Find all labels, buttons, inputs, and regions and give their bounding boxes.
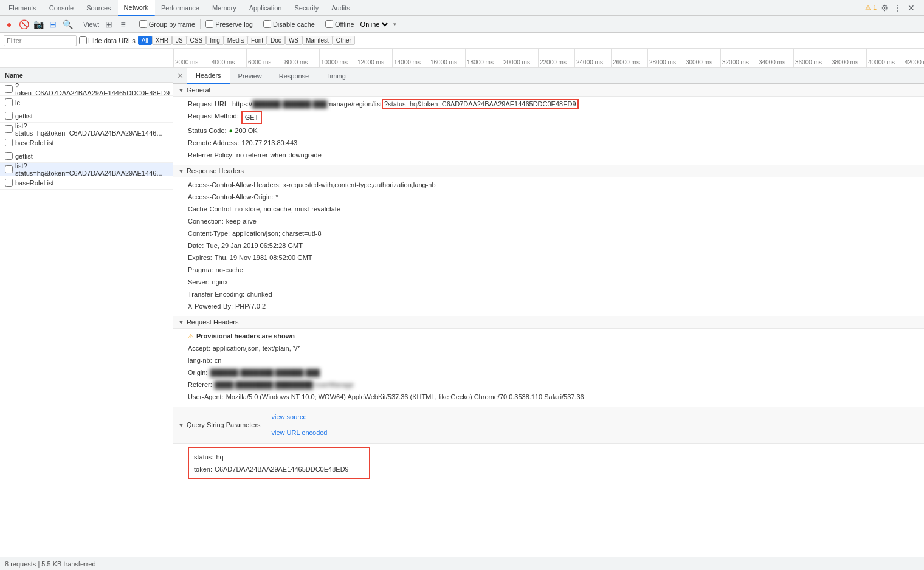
general-section-body: Request URL: https://██████ ██████ ███ma… (173, 97, 924, 165)
status-dot: ● (229, 127, 233, 134)
hide-data-urls-checkbox[interactable]: Hide data URLs (79, 36, 136, 44)
tab-sources[interactable]: Sources (80, 0, 117, 16)
filter-btn-media[interactable]: Media (224, 36, 247, 45)
close-devtools-button[interactable]: ✕ (906, 2, 917, 13)
response-header-value: PHP/7.0.2 (235, 301, 919, 312)
offline-checkbox[interactable]: Offline (325, 20, 354, 28)
request-row[interactable]: getlist (0, 109, 173, 123)
preserve-log-checkbox[interactable]: Preserve log (205, 20, 253, 28)
record-button[interactable]: ● (4, 19, 15, 30)
request-checkbox[interactable] (5, 112, 13, 120)
request-url-row: Request URL: https://██████ ██████ ███ma… (188, 98, 924, 110)
group-by-frame-checkbox[interactable]: Group by frame (139, 20, 195, 28)
tab-audits[interactable]: Audits (325, 0, 357, 16)
status-code-text: 200 OK (235, 127, 257, 134)
method-box: GET (241, 111, 263, 124)
filter-btn-other[interactable]: Other (333, 36, 355, 45)
filter-btn-css[interactable]: CSS (187, 36, 207, 45)
detail-tab-response[interactable]: Response (271, 68, 318, 84)
disable-cache-input[interactable] (263, 20, 271, 28)
separator-2 (134, 19, 134, 29)
response-headers-section-body: Access-Control-Allow-Headers: x-requeste… (173, 177, 924, 316)
timeline-tick: 22000 ms (538, 49, 574, 67)
filter-btn-xhr[interactable]: XHR (152, 36, 172, 45)
filter-btn-manifest[interactable]: Manifest (302, 36, 333, 45)
request-checkbox[interactable] (5, 85, 13, 93)
filter-input[interactable] (4, 35, 77, 46)
response-headers-title: Response Headers (187, 167, 244, 174)
request-checkbox[interactable] (5, 165, 13, 173)
filter-btn-js[interactable]: JS (172, 36, 187, 45)
offline-input[interactable] (325, 20, 333, 28)
response-header-name: Access-Control-Allow-Headers: (188, 179, 281, 190)
response-header-name: Transfer-Encoding: (188, 289, 244, 300)
request-row[interactable]: ?token=C6AD7DAA24BAA29AE14465DDC0E48ED9 (0, 83, 173, 96)
filter-toggle-button[interactable]: ⊟ (47, 19, 58, 30)
tab-application[interactable]: Application (243, 0, 289, 16)
request-row[interactable]: getlist (0, 149, 173, 163)
search-button[interactable]: 🔍 (62, 19, 73, 30)
query-string-section-header[interactable]: ▼ Query String Parameters view source vi… (173, 407, 924, 444)
request-row[interactable]: list?status=hq&token=C6AD7DAA24BAA29AE14… (0, 123, 173, 136)
preserve-log-input[interactable] (205, 20, 213, 28)
timeline-tick: 28000 ms (647, 49, 684, 67)
request-row[interactable]: lc (0, 96, 173, 109)
response-header-value: Thu, 19 Nov 1981 08:52:00 GMT (215, 252, 919, 263)
throttle-select[interactable]: Online (358, 20, 390, 29)
disable-cache-checkbox[interactable]: Disable cache (263, 20, 315, 28)
request-url-value: https://██████ ██████ ███manage/region/l… (232, 98, 919, 109)
tab-memory[interactable]: Memory (206, 0, 243, 16)
devtools-tabbar: Elements Console Sources Network Perform… (0, 0, 924, 16)
request-header-row: lang-nb: cn (188, 354, 924, 366)
request-row[interactable]: baseRoleList (0, 136, 173, 149)
request-checkbox[interactable] (5, 98, 13, 106)
detail-close-button[interactable]: ✕ (173, 70, 187, 81)
timeline-tick: 32000 ms (720, 49, 757, 67)
query-param-value: hq (216, 452, 359, 462)
response-header-row: Date: Tue, 29 Jan 2019 06:52:28 GMT (188, 239, 924, 252)
detail-tab-preview[interactable]: Preview (230, 68, 271, 84)
warning-triangle-icon: ⚠ (188, 331, 194, 342)
request-name: baseRoleList (15, 139, 54, 146)
request-checkbox[interactable] (5, 179, 13, 187)
request-headers-section-header[interactable]: ▼ Request Headers (173, 316, 924, 329)
request-name: ?token=C6AD7DAA24BAA29AE14465DDC0E48ED9 (15, 82, 170, 97)
left-panel-header: Name (0, 68, 173, 83)
filter-btn-ws[interactable]: WS (285, 36, 302, 45)
more-button[interactable]: ⋮ (892, 2, 903, 13)
response-header-value: no-cache (216, 264, 919, 275)
filter-btn-doc[interactable]: Doc (267, 36, 285, 45)
request-name: list?status=hq&token=C6AD7DAA24BAA29AE14… (15, 162, 170, 177)
request-checkbox[interactable] (5, 139, 13, 146)
response-headers-section-header[interactable]: ▼ Response Headers (173, 165, 924, 177)
lines-view-button[interactable]: ≡ (118, 19, 129, 30)
request-row[interactable]: list?status=hq&token=C6AD7DAA24BAA29AE14… (0, 163, 173, 176)
response-header-row: Access-Control-Allow-Origin: * (188, 191, 924, 203)
detail-tab-headers[interactable]: Headers (187, 68, 230, 84)
referrer-policy-value: no-referrer-when-downgrade (236, 149, 919, 160)
throttle-arrow: ▾ (393, 21, 396, 27)
request-checkbox[interactable] (5, 152, 13, 160)
view-source-link[interactable]: view source (268, 409, 331, 425)
settings-button[interactable]: ⚙ (879, 2, 890, 13)
filter-btn-img[interactable]: Img (206, 36, 224, 45)
filter-btn-font[interactable]: Font (247, 36, 267, 45)
tab-console[interactable]: Console (43, 0, 80, 16)
detail-tab-timing[interactable]: Timing (317, 68, 354, 84)
group-by-frame-input[interactable] (139, 20, 147, 28)
preserve-log-label: Preserve log (215, 21, 253, 28)
tab-security[interactable]: Security (288, 0, 325, 16)
request-checkbox[interactable] (5, 125, 13, 133)
tab-elements[interactable]: Elements (2, 0, 43, 16)
general-section-header[interactable]: ▼ General (173, 84, 924, 97)
tab-network[interactable]: Network (118, 0, 155, 16)
hide-data-urls-input[interactable] (79, 36, 87, 44)
tab-performance[interactable]: Performance (155, 0, 206, 16)
filter-btn-all[interactable]: All (138, 36, 152, 45)
request-header-value: cn (215, 355, 919, 366)
clear-button[interactable]: 🚫 (18, 19, 29, 30)
view-url-encoded-link[interactable]: view URL encoded (268, 425, 331, 441)
request-row[interactable]: baseRoleList (0, 176, 173, 190)
grid-view-button[interactable]: ⊞ (103, 19, 114, 30)
camera-button[interactable]: 📷 (33, 19, 44, 30)
